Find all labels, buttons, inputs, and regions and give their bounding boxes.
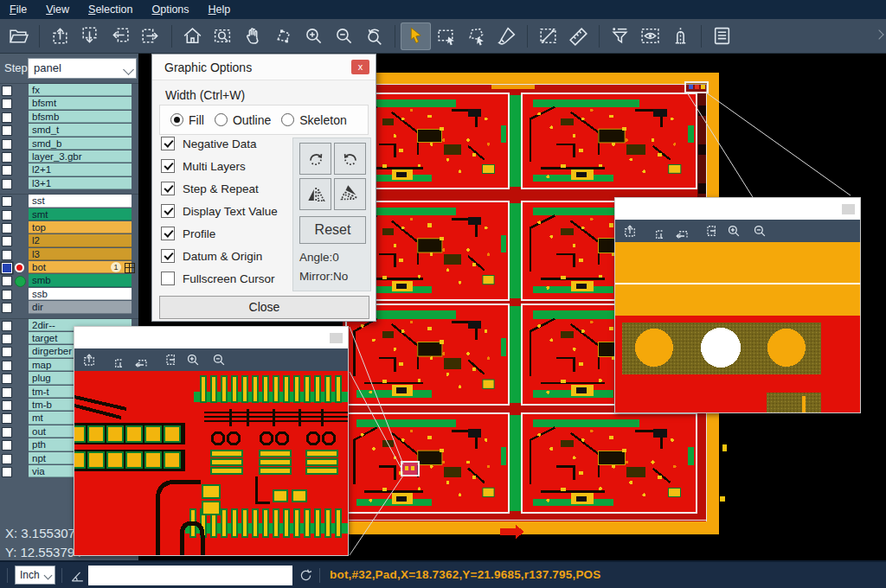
rotate-ccw-button[interactable] bbox=[334, 143, 366, 175]
layer-checkbox[interactable] bbox=[2, 112, 12, 123]
option-checkbox-row[interactable]: Multi Layers bbox=[161, 155, 291, 177]
magnifier-title-bar[interactable] bbox=[615, 198, 860, 220]
layer-label[interactable]: dir bbox=[29, 301, 132, 313]
layer-checkbox[interactable] bbox=[2, 125, 12, 136]
layer-row[interactable]: smd_t bbox=[0, 124, 138, 137]
pan-down-icon[interactable] bbox=[107, 352, 123, 368]
select-cursor-button[interactable] bbox=[401, 22, 431, 50]
select-polygon-button[interactable] bbox=[461, 22, 491, 50]
layer-row[interactable]: smt bbox=[0, 208, 138, 221]
step-selector[interactable]: panel bbox=[28, 58, 137, 79]
layer-checkbox[interactable] bbox=[2, 250, 12, 260]
layer-label[interactable]: top bbox=[29, 221, 132, 233]
pan-hand-button[interactable] bbox=[238, 22, 268, 50]
move-vertex-button[interactable] bbox=[268, 22, 299, 50]
unit-selector[interactable]: Inch bbox=[15, 566, 55, 585]
zoom-in-button[interactable] bbox=[299, 22, 329, 50]
layer-checkbox[interactable] bbox=[2, 263, 12, 273]
layer-row[interactable]: bfsmt bbox=[0, 97, 138, 110]
layer-row[interactable]: l2 bbox=[0, 234, 138, 247]
fill-mode-radio[interactable]: Outline bbox=[215, 113, 271, 127]
option-checkbox-row[interactable]: Step & Repeat bbox=[161, 177, 291, 200]
layer-label[interactable]: smt bbox=[29, 208, 132, 220]
window-button[interactable] bbox=[842, 204, 855, 214]
magnifier-title-bar[interactable] bbox=[74, 327, 348, 348]
select-rect-button[interactable] bbox=[431, 22, 461, 50]
layer-checkbox[interactable] bbox=[2, 427, 12, 438]
option-checkbox-row[interactable]: Datum & Origin bbox=[161, 245, 291, 267]
rotate-cw-button[interactable] bbox=[299, 143, 331, 175]
pan-right-button[interactable] bbox=[136, 22, 166, 50]
layer-row[interactable]: bot 1 bbox=[0, 261, 138, 274]
close-button[interactable]: Close bbox=[159, 296, 369, 319]
option-checkbox-row[interactable]: Display Text Value bbox=[161, 200, 291, 222]
refresh-icon[interactable] bbox=[298, 567, 314, 584]
layer-checkbox[interactable] bbox=[2, 223, 12, 233]
layer-checkbox[interactable] bbox=[2, 347, 12, 357]
layer-checkbox[interactable] bbox=[2, 303, 12, 313]
checkbox-icon[interactable] bbox=[161, 249, 175, 263]
layer-label[interactable]: bfsmt bbox=[29, 97, 132, 109]
zoom-in-icon[interactable] bbox=[726, 223, 742, 239]
layer-label[interactable]: l3+1 bbox=[29, 177, 132, 189]
layer-checkbox[interactable] bbox=[2, 290, 12, 300]
layer-row[interactable]: smd_b bbox=[0, 137, 138, 150]
layer-checkbox[interactable] bbox=[2, 400, 12, 411]
ruler-button[interactable] bbox=[563, 22, 594, 50]
pan-down-button[interactable] bbox=[75, 22, 106, 50]
zoom-window-button[interactable] bbox=[208, 22, 238, 50]
radio-icon[interactable] bbox=[170, 113, 183, 126]
layer-label[interactable]: l3 bbox=[29, 248, 132, 260]
angle-mode-icon[interactable] bbox=[69, 567, 87, 585]
layer-label[interactable]: l2 bbox=[29, 234, 132, 246]
layer-label[interactable]: l2+1 bbox=[29, 163, 132, 176]
menu-item[interactable]: Options bbox=[142, 0, 198, 19]
layer-row[interactable]: fx bbox=[0, 84, 138, 97]
pan-up-icon[interactable] bbox=[622, 223, 638, 239]
brush-button[interactable] bbox=[491, 22, 522, 50]
magnifier-pcb-detail[interactable] bbox=[74, 371, 348, 555]
zoom-out-button[interactable] bbox=[329, 22, 359, 50]
radio-icon[interactable] bbox=[215, 113, 228, 126]
fill-mode-radio[interactable]: Fill bbox=[170, 113, 204, 127]
filter-button[interactable] bbox=[605, 22, 635, 50]
mirror-vertical-button[interactable] bbox=[334, 178, 366, 210]
pan-down-icon[interactable] bbox=[648, 223, 664, 239]
layer-checkbox[interactable] bbox=[2, 454, 12, 464]
zoom-previous-button[interactable] bbox=[359, 22, 389, 50]
command-input[interactable] bbox=[88, 566, 292, 585]
layer-checkbox[interactable] bbox=[2, 210, 12, 220]
layer-checkbox[interactable] bbox=[2, 413, 12, 424]
layer-row[interactable]: l3 bbox=[0, 248, 138, 261]
layer-row[interactable]: smb bbox=[0, 274, 138, 287]
menu-item[interactable]: File bbox=[0, 0, 36, 19]
layer-label[interactable]: smd_b bbox=[29, 137, 132, 150]
layer-label[interactable]: sst bbox=[29, 195, 132, 207]
radio-icon[interactable] bbox=[281, 113, 294, 126]
toolbar-overflow-chevron[interactable] bbox=[874, 29, 883, 39]
window-button[interactable] bbox=[330, 333, 343, 343]
layer-row[interactable]: dir bbox=[0, 301, 138, 314]
magnifier-pcb-detail[interactable] bbox=[615, 242, 860, 412]
layer-checkbox[interactable] bbox=[2, 321, 12, 331]
layer-row[interactable]: bfsmb bbox=[0, 111, 138, 124]
pan-left-icon[interactable] bbox=[133, 352, 149, 368]
checkbox-icon[interactable] bbox=[161, 227, 175, 240]
fill-mode-radio[interactable]: Skeleton bbox=[281, 113, 346, 127]
layer-checkbox[interactable] bbox=[2, 99, 12, 109]
pan-left-icon[interactable] bbox=[674, 223, 690, 239]
zoom-out-icon[interactable] bbox=[211, 352, 227, 368]
reset-button[interactable]: Reset bbox=[299, 216, 366, 244]
pan-up-icon[interactable] bbox=[81, 352, 97, 368]
layer-label[interactable]: layer_3.gbr bbox=[29, 150, 132, 163]
layer-checkbox[interactable] bbox=[2, 165, 12, 176]
report-form-button[interactable] bbox=[707, 22, 737, 50]
menu-item[interactable]: Selection bbox=[79, 0, 142, 19]
pan-right-icon[interactable] bbox=[700, 223, 716, 239]
layer-checkbox[interactable] bbox=[2, 387, 12, 398]
open-folder-button[interactable] bbox=[3, 22, 34, 50]
layer-checkbox[interactable] bbox=[2, 196, 12, 207]
layer-label[interactable]: bfsmb bbox=[29, 111, 132, 123]
checkbox-icon[interactable] bbox=[161, 137, 175, 150]
checkbox-icon[interactable] bbox=[161, 182, 175, 195]
